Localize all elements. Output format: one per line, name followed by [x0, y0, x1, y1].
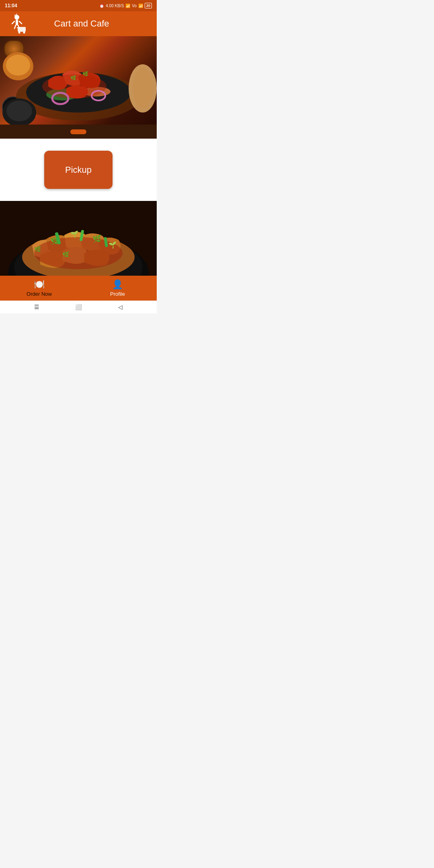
sizzler-food: 🌿 🌿 [0, 36, 157, 125]
svg-point-7 [18, 32, 20, 34]
profile-label: Profile [110, 291, 125, 297]
carousel-dot-active [70, 129, 86, 134]
svg-point-20 [6, 55, 30, 76]
order-now-label: Order Now [27, 291, 52, 297]
svg-line-2 [12, 21, 14, 24]
status-bar: 11:04 ⏰ 4.00 KB/S 📶 Vo 📶 20 [0, 0, 157, 11]
carousel-dots [0, 125, 157, 139]
svg-line-4 [14, 25, 16, 29]
svg-text:🌿: 🌿 [70, 75, 76, 81]
android-nav-bar: ☰ ⬜ ◁ [0, 301, 157, 313]
alarm-icon: ⏰ [99, 4, 104, 8]
svg-text:🌱: 🌱 [70, 230, 78, 238]
hero-image-2: 🌿 🌱 🌿 🌿 🌱 🌿 [0, 201, 157, 281]
volte-icon: Vo [132, 4, 137, 8]
svg-text:🌿: 🌿 [92, 234, 102, 243]
svg-text:🌱: 🌱 [108, 241, 117, 249]
svg-rect-1 [16, 20, 18, 25]
status-icons: ⏰ 4.00 KB/S 📶 Vo 📶 20 [99, 3, 152, 8]
svg-rect-6 [18, 27, 26, 32]
wifi-icon: 📶 [125, 4, 130, 8]
svg-text:🌿: 🌿 [34, 246, 41, 253]
pickup-section: Pickup [0, 139, 157, 201]
profile-icon: 👤 [112, 279, 123, 290]
svg-text:🌿: 🌿 [62, 251, 70, 258]
app-logo [6, 13, 27, 34]
svg-point-24 [133, 68, 153, 108]
android-back-btn[interactable]: ◁ [118, 304, 123, 310]
app-header: Cart and Cafe [0, 11, 157, 36]
hero-image-1: 🌿 🌿 [0, 36, 157, 125]
battery-indicator: 20 [145, 3, 152, 8]
potato-food: 🌿 🌱 🌿 🌿 🌱 🌿 [0, 201, 157, 281]
pickup-button[interactable]: Pickup [44, 151, 113, 189]
svg-text:🌿: 🌿 [82, 71, 88, 77]
bottom-navigation: 🍽️ Order Now 👤 Profile [0, 276, 157, 301]
svg-point-22 [6, 100, 32, 121]
android-menu-btn[interactable]: ☰ [34, 304, 39, 310]
header-title: Cart and Cafe [34, 18, 129, 29]
android-home-btn[interactable]: ⬜ [75, 304, 82, 310]
status-time: 11:04 [5, 3, 17, 8]
order-now-icon: 🍽️ [34, 279, 45, 290]
data-speed: 4.00 KB/S [106, 4, 124, 8]
nav-order-now[interactable]: 🍽️ Order Now [0, 276, 78, 301]
signal-icon: 📶 [138, 4, 143, 8]
logo-container [6, 13, 27, 34]
nav-profile[interactable]: 👤 Profile [78, 276, 157, 301]
svg-point-8 [23, 32, 25, 34]
svg-line-3 [19, 21, 22, 24]
